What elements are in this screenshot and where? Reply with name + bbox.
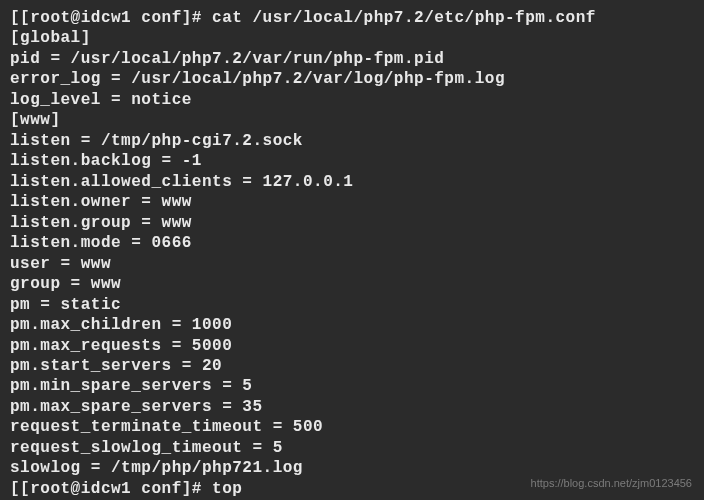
- config-line: pm.max_children = 1000: [10, 315, 694, 335]
- config-line: [global]: [10, 28, 694, 48]
- watermark-text: https://blog.csdn.net/zjm0123456: [531, 476, 692, 490]
- config-line: [www]: [10, 110, 694, 130]
- config-line: pid = /usr/local/php7.2/var/run/php-fpm.…: [10, 49, 694, 69]
- config-line: group = www: [10, 274, 694, 294]
- config-line: listen.owner = www: [10, 192, 694, 212]
- config-line: listen.mode = 0666: [10, 233, 694, 253]
- config-line: request_terminate_timeout = 500: [10, 417, 694, 437]
- config-line: pm.max_spare_servers = 35: [10, 397, 694, 417]
- terminal-output[interactable]: [[root@idcw1 conf]# cat /usr/local/php7.…: [10, 8, 694, 499]
- config-line: pm.start_servers = 20: [10, 356, 694, 376]
- config-line: user = www: [10, 254, 694, 274]
- config-line: error_log = /usr/local/php7.2/var/log/ph…: [10, 69, 694, 89]
- shell-prompt-line: [[root@idcw1 conf]# cat /usr/local/php7.…: [10, 8, 694, 28]
- config-line: pm.min_spare_servers = 5: [10, 376, 694, 396]
- config-line: pm.max_requests = 5000: [10, 336, 694, 356]
- config-line: log_level = notice: [10, 90, 694, 110]
- config-line: pm = static: [10, 295, 694, 315]
- config-line: request_slowlog_timeout = 5: [10, 438, 694, 458]
- config-line: listen.backlog = -1: [10, 151, 694, 171]
- config-line: listen.allowed_clients = 127.0.0.1: [10, 172, 694, 192]
- config-line: listen = /tmp/php-cgi7.2.sock: [10, 131, 694, 151]
- config-line: listen.group = www: [10, 213, 694, 233]
